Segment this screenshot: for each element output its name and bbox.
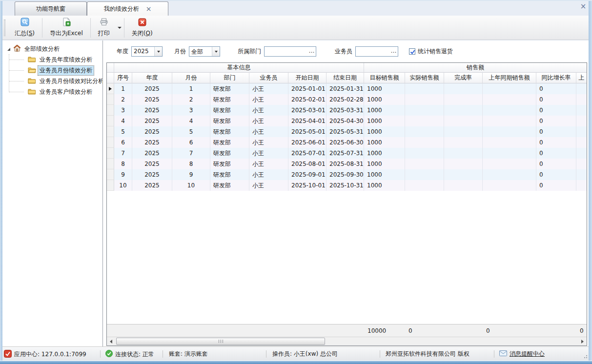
table-cell[interactable]: 2025 <box>132 169 172 180</box>
scroll-left-button[interactable] <box>107 337 115 345</box>
table-cell[interactable]: 2025 <box>132 116 172 126</box>
table-cell[interactable]: 2025-06-30 <box>327 137 364 148</box>
table-cell[interactable] <box>576 126 587 137</box>
close-button[interactable]: 关闭(Q) <box>125 17 159 39</box>
table-cell[interactable]: 9 <box>114 169 132 180</box>
table-cell[interactable]: 研发部 <box>210 116 249 126</box>
table-cell[interactable]: 2025-05-31 <box>327 126 364 137</box>
table-cell[interactable]: 8 <box>114 159 132 169</box>
print-dropdown-arrow[interactable] <box>116 17 123 39</box>
table-cell[interactable]: 1000 <box>364 169 405 180</box>
table-cell[interactable]: 1 <box>172 83 210 94</box>
table-cell[interactable] <box>405 148 444 159</box>
table-cell[interactable] <box>576 83 587 94</box>
table-cell[interactable]: 4 <box>172 116 210 126</box>
table-cell[interactable]: 小王 <box>249 116 288 126</box>
department-lookup-button[interactable]: … <box>308 47 316 56</box>
table-cell[interactable]: 2025-08-31 <box>327 159 364 169</box>
table-cell[interactable]: 小王 <box>249 148 288 159</box>
month-select[interactable]: 全部 <box>189 46 220 57</box>
table-cell[interactable]: 2025-10-31 <box>327 180 364 191</box>
table-cell[interactable]: 1000 <box>364 105 405 116</box>
table-cell[interactable]: 2025-02-28 <box>327 94 364 105</box>
row-selector-cell[interactable] <box>107 137 114 148</box>
table-cell[interactable]: 5 <box>172 126 210 137</box>
table-cell[interactable] <box>576 137 587 148</box>
row-selector-cell[interactable] <box>107 94 114 105</box>
table-cell[interactable]: 2025 <box>132 126 172 137</box>
table-cell[interactable]: 2025-09-30 <box>327 169 364 180</box>
table-cell[interactable]: 研发部 <box>210 169 249 180</box>
table-cell[interactable]: 研发部 <box>210 180 249 191</box>
scroll-right-button[interactable] <box>578 337 587 345</box>
table-cell[interactable] <box>483 83 536 94</box>
table-cell[interactable]: 0 <box>536 169 576 180</box>
table-cell[interactable] <box>483 169 536 180</box>
table-cell[interactable] <box>444 159 483 169</box>
table-cell[interactable] <box>444 94 483 105</box>
table-cell[interactable]: 研发部 <box>210 137 249 148</box>
table-cell[interactable]: 1000 <box>364 94 405 105</box>
tab-close-icon[interactable]: × <box>146 5 152 12</box>
table-cell[interactable]: 2025-02-01 <box>288 94 327 105</box>
table-cell[interactable]: 10 <box>172 180 210 191</box>
summary-button[interactable]: 汇总(S) <box>8 17 41 39</box>
table-cell[interactable]: 7 <box>114 148 132 159</box>
table-cell[interactable]: 2025-07-01 <box>288 148 327 159</box>
table-cell[interactable] <box>405 180 444 191</box>
column-header[interactable]: 业务员 <box>249 73 288 83</box>
row-selector-cell[interactable] <box>107 169 114 180</box>
table-cell[interactable]: 小王 <box>249 159 288 169</box>
table-cell[interactable]: 6 <box>172 137 210 148</box>
table-cell[interactable]: 1000 <box>364 159 405 169</box>
table-cell[interactable]: 5 <box>114 126 132 137</box>
table-cell[interactable] <box>576 159 587 169</box>
table-cell[interactable]: 小王 <box>249 137 288 148</box>
table-cell[interactable] <box>405 169 444 180</box>
table-cell[interactable]: 1000 <box>364 83 405 94</box>
table-cell[interactable]: 0 <box>536 180 576 191</box>
table-cell[interactable]: 2025-05-01 <box>288 126 327 137</box>
tab-function-nav[interactable]: 功能导航窗 <box>15 1 87 16</box>
row-selector-cell[interactable] <box>107 159 114 169</box>
table-cell[interactable]: 研发部 <box>210 83 249 94</box>
table-cell[interactable]: 4 <box>114 116 132 126</box>
table-cell[interactable]: 2025-04-30 <box>327 116 364 126</box>
toolbar-grip[interactable] <box>4 20 5 36</box>
table-cell[interactable]: 2025 <box>132 137 172 148</box>
table-cell[interactable]: 0 <box>536 83 576 94</box>
horizontal-scrollbar[interactable] <box>107 337 587 345</box>
tree-root-item[interactable]: 全部绩效分析 <box>2 43 102 54</box>
table-cell[interactable] <box>444 137 483 148</box>
message-center-item[interactable]: 消息提醒中心 <box>499 350 545 358</box>
column-header[interactable]: 上 <box>576 73 587 83</box>
table-cell[interactable]: 研发部 <box>210 126 249 137</box>
table-cell[interactable]: 7 <box>172 148 210 159</box>
row-selector-cell[interactable] <box>107 83 114 94</box>
year-select[interactable]: 2025 <box>131 46 163 57</box>
message-center-link[interactable]: 消息提醒中心 <box>510 350 545 358</box>
table-cell[interactable] <box>444 169 483 180</box>
table-cell[interactable]: 0 <box>536 148 576 159</box>
table-cell[interactable]: 0 <box>536 94 576 105</box>
table-cell[interactable]: 10 <box>114 180 132 191</box>
table-cell[interactable]: 2 <box>114 94 132 105</box>
column-header[interactable]: 月份 <box>172 73 210 83</box>
column-header[interactable]: 结束日期 <box>327 73 364 83</box>
table-cell[interactable] <box>483 159 536 169</box>
table-cell[interactable] <box>483 94 536 105</box>
table-cell[interactable]: 2025 <box>132 180 172 191</box>
table-cell[interactable]: 2025-07-31 <box>327 148 364 159</box>
table-cell[interactable]: 9 <box>172 169 210 180</box>
tree-expander-icon[interactable] <box>6 46 11 51</box>
table-cell[interactable]: 2025 <box>132 105 172 116</box>
sales-returns-checkbox[interactable]: 统计销售退货 <box>409 47 453 56</box>
column-header[interactable]: 开始日期 <box>288 73 327 83</box>
department-input[interactable] <box>265 47 308 56</box>
table-cell[interactable] <box>444 126 483 137</box>
table-cell[interactable]: 小王 <box>249 105 288 116</box>
export-excel-button[interactable]: 导出为Excel <box>43 17 89 39</box>
print-button[interactable]: 打印 <box>92 17 116 39</box>
column-header[interactable]: 实际销售额 <box>405 73 444 83</box>
table-cell[interactable] <box>405 94 444 105</box>
